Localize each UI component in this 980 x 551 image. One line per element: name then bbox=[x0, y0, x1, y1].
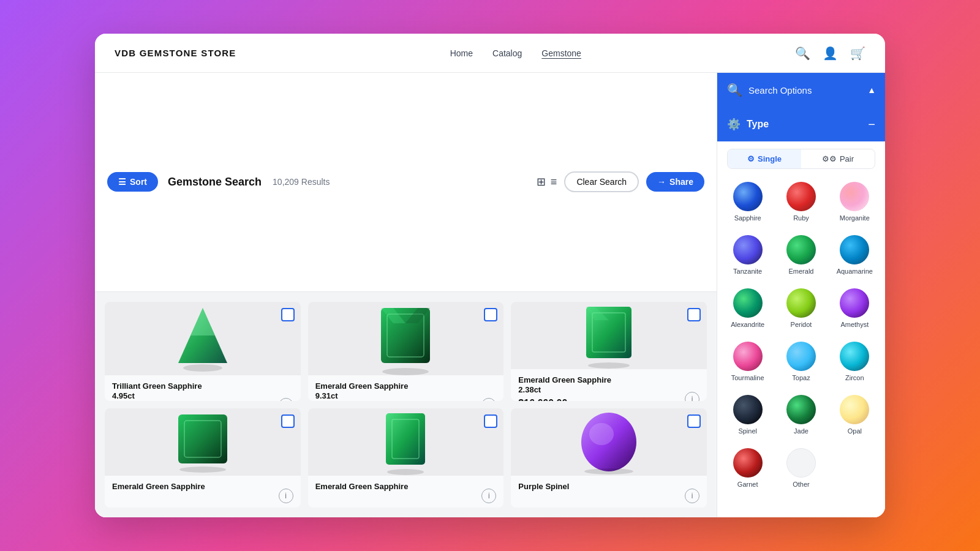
gem-type-tourmaline[interactable]: Tourmaline bbox=[722, 336, 773, 387]
header-icons: 🔍 👤 🛒 bbox=[795, 46, 865, 61]
single-toggle-btn[interactable]: ⚙ Single bbox=[728, 149, 801, 168]
svg-marker-1 bbox=[190, 308, 215, 335]
gem-type-spinel[interactable]: Spinel bbox=[722, 389, 773, 440]
gem-type-grid: Sapphire Ruby Morganite Tanzanite Emeral bbox=[717, 176, 885, 498]
product-card: Emerald Green Sapphire i bbox=[308, 408, 504, 508]
product-price: $16,660.00 bbox=[518, 398, 699, 400]
info-icon[interactable]: i bbox=[685, 489, 699, 503]
emerald-label: Emerald bbox=[789, 268, 814, 275]
zircon-icon bbox=[840, 342, 869, 371]
list-view-icon[interactable]: ≡ bbox=[551, 176, 557, 189]
gem-image bbox=[175, 302, 230, 375]
sort-button[interactable]: ☰ Sort bbox=[107, 172, 158, 192]
search-options-label: Search Options bbox=[748, 85, 861, 96]
result-count: 10,209 Results bbox=[273, 177, 330, 187]
grid-view-icons: ⊞ ≡ bbox=[537, 175, 557, 189]
gem-type-ruby[interactable]: Ruby bbox=[775, 176, 826, 227]
info-icon[interactable]: i bbox=[481, 489, 496, 503]
gem-type-opal[interactable]: Opal bbox=[829, 389, 880, 440]
gem-type-peridot[interactable]: Peridot bbox=[775, 283, 826, 334]
app-window: VDB GEMSTONE STORE Home Catalog Gemstone… bbox=[95, 34, 885, 517]
opal-label: Opal bbox=[848, 427, 862, 435]
product-checkbox[interactable] bbox=[281, 308, 295, 321]
gem-type-tanzanite[interactable]: Tanzanite bbox=[722, 230, 773, 280]
info-icon[interactable]: i bbox=[279, 489, 293, 503]
filter-type-label: Type bbox=[747, 119, 862, 130]
gem-type-alexandrite[interactable]: Alexandrite bbox=[722, 283, 773, 334]
header: VDB GEMSTONE STORE Home Catalog Gemstone… bbox=[95, 34, 885, 73]
product-checkbox[interactable] bbox=[484, 414, 497, 428]
sapphire-icon bbox=[733, 182, 763, 211]
product-info: Emerald Green Sapphire i bbox=[308, 476, 504, 508]
svg-point-12 bbox=[588, 362, 630, 369]
product-image-area bbox=[105, 302, 301, 375]
nav-gemstone[interactable]: Gemstone bbox=[541, 48, 581, 58]
aquamarine-label: Aquamarine bbox=[837, 268, 873, 275]
product-checkbox[interactable] bbox=[687, 414, 701, 428]
search-options-chevron-icon[interactable]: ▲ bbox=[867, 85, 876, 95]
gem-type-jade[interactable]: Jade bbox=[775, 389, 826, 440]
product-checkbox[interactable] bbox=[484, 308, 497, 321]
gem-type-emerald[interactable]: Emerald bbox=[775, 230, 826, 280]
type-toggle: ⚙ Single ⚙⚙ Pair bbox=[727, 149, 875, 169]
svg-rect-13 bbox=[178, 414, 227, 463]
filter-collapse-icon[interactable]: − bbox=[868, 118, 875, 132]
search-icon[interactable]: 🔍 bbox=[795, 46, 810, 61]
nav-home[interactable]: Home bbox=[450, 48, 473, 58]
search-options-bar: 🔍 Search Options ▲ bbox=[717, 73, 885, 107]
pair-label: Pair bbox=[840, 154, 854, 163]
product-info: Trilliant Green Sapphire4.95ct $44,551.0… bbox=[105, 375, 301, 401]
product-image-area bbox=[308, 408, 504, 476]
gem-type-garnet[interactable]: Garnet bbox=[722, 443, 773, 493]
product-checkbox[interactable] bbox=[687, 308, 701, 321]
nav-catalog[interactable]: Catalog bbox=[492, 48, 522, 58]
gem-type-zircon[interactable]: Zircon bbox=[829, 336, 880, 387]
ruby-label: Ruby bbox=[793, 214, 809, 222]
tanzanite-label: Tanzanite bbox=[733, 268, 762, 275]
logo: VDB GEMSTONE STORE bbox=[115, 48, 236, 58]
info-icon[interactable]: i bbox=[685, 392, 699, 400]
product-info: Purple Spinel i bbox=[511, 476, 707, 508]
ruby-icon bbox=[786, 182, 816, 211]
gem-type-sapphire[interactable]: Sapphire bbox=[722, 176, 773, 227]
tanzanite-icon bbox=[733, 235, 763, 264]
filter-type-header: ⚙️ Type − bbox=[717, 107, 885, 141]
share-label: Share bbox=[669, 177, 693, 187]
pair-toggle-btn[interactable]: ⚙⚙ Pair bbox=[801, 149, 875, 168]
gem-image bbox=[577, 408, 641, 476]
gem-image bbox=[581, 302, 636, 369]
svg-point-20 bbox=[589, 423, 614, 445]
cart-icon[interactable]: 🛒 bbox=[850, 46, 865, 61]
product-image-area bbox=[511, 302, 707, 369]
spinel-icon bbox=[733, 395, 763, 424]
product-card: Purple Spinel i bbox=[511, 408, 707, 508]
topaz-label: Topaz bbox=[792, 374, 810, 381]
svg-point-18 bbox=[387, 469, 424, 475]
toolbar: ☰ Sort Gemstone Search 10,209 Results ⊞ … bbox=[95, 73, 717, 292]
gem-type-topaz[interactable]: Topaz bbox=[775, 336, 826, 387]
right-panel: 🔍 Search Options ▲ ⚙️ Type − ⚙ Single ⚙⚙… bbox=[717, 73, 885, 517]
clear-search-button[interactable]: Clear Search bbox=[564, 171, 639, 192]
product-info: Emerald Green Sapphire9.31ct $37,240.00 … bbox=[308, 375, 504, 401]
morganite-icon bbox=[840, 182, 869, 211]
product-card: Emerald Green Sapphire2.38ct $16,660.00 … bbox=[511, 302, 707, 401]
share-button[interactable]: → Share bbox=[646, 172, 704, 192]
gem-type-amethyst[interactable]: Amethyst bbox=[829, 283, 880, 334]
svg-point-8 bbox=[382, 368, 429, 375]
product-name: Emerald Green Sapphire9.31ct bbox=[315, 381, 497, 401]
user-icon[interactable]: 👤 bbox=[823, 46, 838, 61]
peridot-icon bbox=[786, 288, 816, 318]
other-icon bbox=[786, 448, 816, 478]
gem-type-other[interactable]: Other bbox=[775, 443, 826, 493]
gem-type-aquamarine[interactable]: Aquamarine bbox=[829, 230, 880, 280]
zircon-label: Zircon bbox=[845, 374, 864, 381]
product-card: Emerald Green Sapphire9.31ct $37,240.00 … bbox=[308, 302, 504, 401]
product-checkbox[interactable] bbox=[281, 414, 295, 428]
product-name: Emerald Green Sapphire bbox=[112, 482, 293, 492]
product-info: Emerald Green Sapphire i bbox=[105, 476, 301, 508]
grid-view-icon[interactable]: ⊞ bbox=[537, 175, 546, 189]
product-name: Trilliant Green Sapphire4.95ct bbox=[112, 381, 293, 401]
product-price bbox=[112, 495, 293, 506]
gem-type-morganite[interactable]: Morganite bbox=[829, 176, 880, 227]
tourmaline-label: Tourmaline bbox=[731, 374, 764, 381]
